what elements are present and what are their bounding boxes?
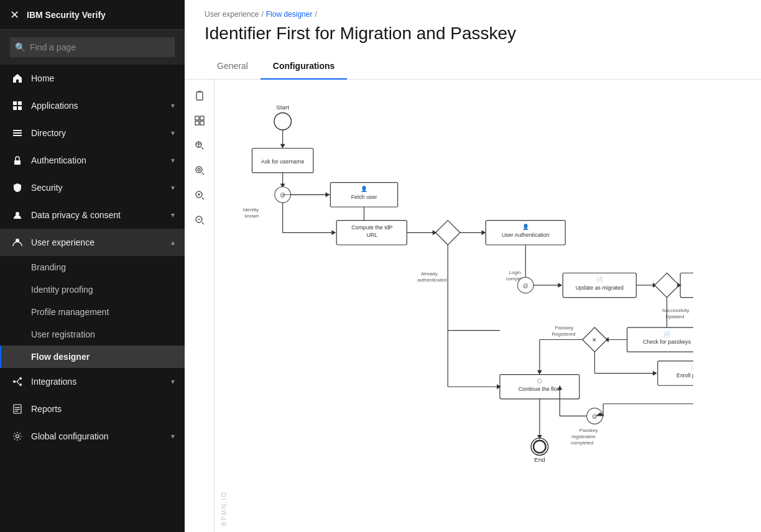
svg-text:Enroll passkey: Enroll passkey: [676, 372, 693, 378]
svg-text:Passkey: Passkey: [579, 428, 598, 433]
sidebar-subitem-profile-management[interactable]: Profile management: [0, 301, 185, 323]
svg-marker-99: [653, 371, 657, 376]
svg-text:completed: completed: [571, 440, 593, 446]
sidebar-item-directory[interactable]: Directory ▾: [0, 119, 185, 147]
bpmn-watermark: BPMN.IO: [221, 491, 228, 526]
svg-text:Start: Start: [276, 104, 289, 111]
svg-rect-25: [198, 142, 199, 147]
settings-icon: [11, 430, 24, 443]
chevron-down-icon: ▾: [171, 101, 175, 110]
sidebar-item-label: Integrations: [31, 377, 171, 387]
svg-rect-16: [15, 411, 18, 411]
tab-general[interactable]: General: [205, 53, 261, 80]
svg-rect-3: [18, 106, 22, 110]
sidebar-subitem-identity-proofing[interactable]: Identity proofing: [0, 278, 185, 301]
svg-text:📄: 📄: [663, 331, 671, 338]
clipboard-tool-button[interactable]: [188, 85, 211, 107]
svg-text:📄: 📄: [596, 276, 604, 283]
svg-marker-105: [537, 370, 542, 375]
zoom-fit-button[interactable]: [188, 159, 211, 181]
breadcrumb-separator: /: [315, 10, 316, 19]
chevron-down-icon: ▾: [171, 211, 175, 219]
svg-rect-7: [14, 160, 21, 165]
svg-text:Login: Login: [509, 270, 521, 275]
flow-canvas[interactable]: Start Ask for username @ Identity known: [214, 80, 761, 532]
svg-point-31: [274, 112, 292, 130]
svg-text:Check for passkeys: Check for passkeys: [643, 339, 691, 345]
flow-toolbar: [185, 80, 214, 532]
svg-text:Successfully: Successfully: [662, 308, 690, 313]
svg-point-11: [19, 377, 22, 380]
search-icon: 🔍: [15, 42, 25, 52]
svg-text:Fetch user: Fetch user: [351, 194, 377, 200]
page-title: Identifier First for Migration and Passk…: [205, 24, 741, 44]
svg-text:Already: Already: [421, 271, 438, 277]
lock-icon: [11, 154, 24, 167]
sidebar-item-data-privacy[interactable]: Data privacy & consent ▾: [0, 201, 185, 229]
svg-text:👤: 👤: [361, 185, 368, 193]
tab-configurations[interactable]: Configurations: [261, 53, 348, 80]
svg-rect-80: [680, 273, 693, 297]
svg-text:Update as migrated: Update as migrated: [576, 285, 624, 291]
svg-rect-14: [15, 407, 20, 408]
svg-text:@: @: [523, 283, 528, 289]
sidebar-search-area: 🔍: [0, 30, 185, 65]
close-sidebar-button[interactable]: ✕: [10, 8, 19, 22]
svg-marker-51: [331, 230, 336, 235]
svg-text:✕: ✕: [592, 337, 597, 343]
sidebar-subitem-flow-designer[interactable]: Flow designer: [0, 346, 185, 368]
breadcrumb-link[interactable]: Flow designer: [266, 10, 313, 19]
sidebar-item-reports[interactable]: Reports: [0, 395, 185, 423]
breadcrumb-separator: /: [261, 10, 263, 19]
svg-text:📄: 📄: [691, 364, 693, 372]
svg-marker-59: [481, 230, 486, 235]
sidebar-item-user-experience[interactable]: User experience ▴: [0, 229, 185, 256]
subitem-label: Branding: [31, 262, 66, 272]
main-content: User experience / Flow designer / Identi…: [185, 0, 761, 532]
sidebar-item-label: User experience: [31, 237, 171, 247]
zoom-in-button[interactable]: [188, 184, 211, 206]
svg-rect-0: [13, 101, 17, 105]
svg-point-26: [196, 167, 202, 173]
svg-rect-4: [13, 130, 22, 131]
sidebar-item-label: Reports: [31, 404, 175, 414]
zoom-out-button[interactable]: [188, 209, 211, 231]
sidebar-item-label: Applications: [31, 101, 171, 111]
sidebar: ✕ IBM Security Verify 🔍 Home Application…: [0, 0, 185, 532]
svg-rect-22: [200, 121, 204, 125]
sidebar-subitem-user-registration[interactable]: User registration: [0, 323, 185, 346]
breadcrumb: User experience / Flow designer /: [205, 10, 741, 19]
sidebar-item-home[interactable]: Home: [0, 65, 185, 92]
sidebar-item-global-config[interactable]: Global configuration ▾: [0, 423, 185, 450]
svg-marker-73: [558, 283, 562, 288]
svg-text:Continue the flow: Continue the flow: [519, 386, 561, 392]
sidebar-item-label: Global configuration: [31, 431, 171, 441]
search-input[interactable]: [10, 37, 175, 57]
sidebar-item-label: Home: [31, 73, 175, 83]
apps-icon: [11, 99, 24, 112]
sidebar-item-security[interactable]: Security ▾: [0, 174, 185, 201]
svg-rect-6: [13, 135, 22, 136]
svg-point-17: [16, 435, 19, 438]
svg-point-10: [13, 380, 16, 383]
svg-text:End: End: [534, 456, 545, 463]
sidebar-item-applications[interactable]: Applications ▾: [0, 92, 185, 119]
search-diagram-button[interactable]: [188, 134, 211, 157]
sidebar-subitem-branding[interactable]: Branding: [0, 256, 185, 278]
svg-text:Updated: Updated: [666, 314, 685, 319]
sidebar-item-integrations[interactable]: Integrations ▾: [0, 368, 185, 395]
home-icon: [11, 72, 24, 85]
sidebar-item-authentication[interactable]: Authentication ▾: [0, 147, 185, 174]
svg-marker-79: [655, 273, 679, 297]
page-header: User experience / Flow designer / Identi…: [185, 0, 761, 80]
svg-text:@: @: [280, 192, 285, 198]
svg-text:URL: URL: [366, 232, 377, 238]
svg-text:Compute the IdP: Compute the IdP: [351, 224, 392, 231]
breadcrumb-item: User experience: [205, 10, 259, 19]
svg-text:⬡: ⬡: [537, 378, 542, 384]
user-experience-icon: [11, 236, 24, 249]
svg-text:👤: 👤: [522, 223, 530, 231]
subitem-label: Identity proofing: [31, 285, 93, 295]
diagram-tool-button[interactable]: [188, 109, 211, 132]
svg-rect-21: [195, 121, 199, 125]
